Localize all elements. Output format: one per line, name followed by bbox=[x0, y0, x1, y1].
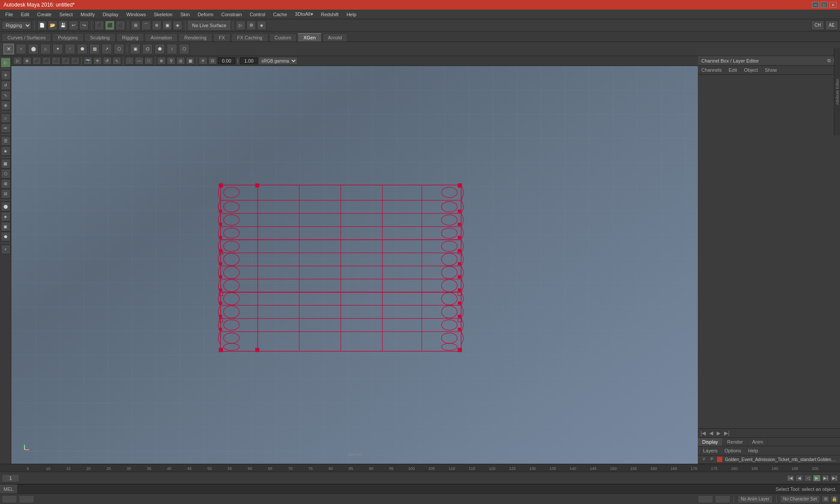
layers-nav-first[interactable]: |◀ bbox=[700, 430, 707, 436]
vst-4[interactable]: ⬛ bbox=[42, 57, 51, 65]
tab-polygons[interactable]: Polygons bbox=[52, 33, 83, 42]
cb-tab-channels[interactable]: Channels bbox=[700, 66, 723, 74]
gamma-selector[interactable]: sRGB gamma bbox=[259, 57, 298, 65]
render-settings-btn[interactable]: ⚙ bbox=[246, 21, 256, 30]
xgen-btn-13[interactable]: ⬟ bbox=[154, 44, 165, 54]
redo-btn[interactable]: ↪ bbox=[79, 21, 89, 30]
layers-nav-last[interactable]: ▶| bbox=[723, 430, 730, 436]
no-anim-layer-btn[interactable]: No Anim Layer bbox=[738, 495, 773, 503]
tab-fx[interactable]: FX bbox=[213, 33, 231, 42]
menu-cache[interactable]: Cache bbox=[270, 11, 290, 18]
xgen-btn-15[interactable]: ⬡ bbox=[179, 44, 189, 54]
tab-animation[interactable]: Animation bbox=[145, 33, 178, 42]
xgen-btn-14[interactable]: ↕ bbox=[167, 44, 177, 54]
maximize-button[interactable]: □ bbox=[821, 2, 828, 8]
select-mode-btn[interactable]: ⬛ bbox=[94, 21, 104, 30]
vst-rotate2[interactable]: ↺ bbox=[103, 57, 112, 65]
menu-modify[interactable]: Modify bbox=[77, 11, 98, 18]
vst-isolate[interactable]: ◎ bbox=[176, 57, 185, 65]
vst-scale2[interactable]: ⤡ bbox=[112, 57, 121, 65]
layer-opt-options[interactable]: Options bbox=[723, 447, 743, 454]
cb-tab-edit[interactable]: Edit bbox=[727, 66, 738, 74]
vst-3[interactable]: ⬛ bbox=[32, 57, 41, 65]
minimize-button[interactable]: ─ bbox=[812, 2, 819, 8]
menu-3dtoall[interactable]: 3DtoAll▾ bbox=[291, 10, 316, 18]
layer-tab-anim[interactable]: Anim bbox=[748, 438, 768, 446]
bottom-frame-start[interactable]: 1 bbox=[2, 495, 17, 503]
snap-point-btn[interactable]: ⊕ bbox=[152, 21, 161, 30]
bottom-range-end[interactable]: 200 bbox=[715, 495, 730, 503]
vst-move[interactable]: ✛ bbox=[93, 57, 102, 65]
play-fwd-btn[interactable]: ▶ bbox=[813, 475, 821, 482]
xgen-btn-7[interactable]: ⬟ bbox=[77, 44, 88, 54]
undo-btn[interactable]: ↩ bbox=[69, 21, 78, 30]
vst-select[interactable]: ▷ bbox=[13, 57, 22, 65]
close-button[interactable]: ✕ bbox=[830, 2, 836, 8]
channel-box-float-btn[interactable]: ⧉ bbox=[827, 58, 831, 63]
xgen-btn-4[interactable]: ⌂ bbox=[40, 44, 51, 54]
new-file-btn[interactable]: 📄 bbox=[37, 21, 47, 30]
misc-tool[interactable]: + bbox=[1, 245, 10, 254]
vst-points[interactable]: · bbox=[125, 57, 134, 65]
tab-xgen[interactable]: XGen bbox=[298, 33, 321, 42]
tab-rigging[interactable]: Rigging bbox=[116, 33, 144, 42]
layer-tab-render[interactable]: Render bbox=[723, 438, 748, 446]
menu-help[interactable]: Help bbox=[343, 11, 360, 18]
layer-opt-layers[interactable]: Layers bbox=[701, 447, 719, 454]
vst-5[interactable]: ⬛ bbox=[52, 57, 60, 65]
live-surface-button[interactable]: No Live Surface bbox=[188, 21, 230, 30]
bottom-btn-1[interactable]: ⚙ bbox=[822, 496, 830, 503]
vst-edges[interactable]: — bbox=[135, 57, 144, 65]
menu-create[interactable]: Create bbox=[34, 11, 55, 18]
vst-camera2[interactable]: ⊡ bbox=[208, 57, 217, 65]
vst-show-mesh[interactable]: ▦ bbox=[186, 57, 195, 65]
xgen-btn-6[interactable]: ↑ bbox=[65, 44, 75, 54]
select-tool[interactable]: ▷ bbox=[1, 58, 10, 67]
xgen-btn-9[interactable]: ↗ bbox=[102, 44, 112, 54]
soft-mod-tool[interactable]: ⌂ bbox=[1, 113, 10, 123]
xgen-btn-3[interactable]: ⬤ bbox=[28, 44, 38, 54]
tab-sculpting[interactable]: Sculpting bbox=[84, 33, 116, 42]
show-manip-tool[interactable]: ☰ bbox=[1, 136, 10, 146]
layers-nav-next[interactable]: ▶ bbox=[716, 430, 721, 436]
gamma-input[interactable]: 1.00 bbox=[240, 57, 258, 64]
frame-selected-btn[interactable]: ⊟ bbox=[1, 189, 10, 199]
menu-control[interactable]: Control bbox=[246, 11, 269, 18]
no-char-set-btn[interactable]: No Character Set bbox=[780, 495, 820, 503]
xgen-tool-2[interactable]: ◈ bbox=[1, 212, 10, 221]
tab-curves-surfaces[interactable]: Curves / Surfaces bbox=[2, 33, 51, 42]
paint-btn[interactable]: ⬛ bbox=[116, 21, 125, 30]
attr-editor-btn[interactable]: AE bbox=[825, 21, 838, 30]
menu-select[interactable]: Select bbox=[56, 11, 77, 18]
menu-skin[interactable]: Skin bbox=[177, 11, 193, 18]
vst-snap[interactable]: ⊕ bbox=[23, 57, 32, 65]
menu-constrain[interactable]: Constrain bbox=[218, 11, 245, 18]
menu-edit[interactable]: Edit bbox=[18, 11, 33, 18]
current-frame-input[interactable] bbox=[2, 474, 19, 482]
xgen-btn-11[interactable]: ▣ bbox=[130, 44, 140, 54]
cb-btn[interactable]: CH bbox=[811, 21, 824, 30]
save-file-btn[interactable]: 💾 bbox=[58, 21, 68, 30]
tab-rendering[interactable]: Rendering bbox=[178, 33, 212, 42]
xgen-btn-10[interactable]: ⬡ bbox=[114, 44, 124, 54]
lasso-btn[interactable]: ⬛ bbox=[105, 21, 115, 30]
vst-grid[interactable]: # bbox=[199, 57, 207, 65]
xgen-btn-12[interactable]: ⌬ bbox=[142, 44, 153, 54]
bottom-frame-end[interactable]: 120 bbox=[698, 495, 713, 503]
rotate-tool[interactable]: ↺ bbox=[1, 80, 10, 90]
vst-magnet[interactable]: ⚲ bbox=[167, 57, 175, 65]
xgen-btn-5[interactable]: ✦ bbox=[52, 44, 63, 54]
tab-custom[interactable]: Custom bbox=[269, 33, 297, 42]
cb-tab-object[interactable]: Object bbox=[742, 66, 760, 74]
tab-fx-caching[interactable]: FX Caching bbox=[231, 33, 268, 42]
snap-view-btn[interactable]: ◈ bbox=[173, 21, 182, 30]
layer-opt-help[interactable]: Help bbox=[746, 447, 760, 454]
layers-nav-prev[interactable]: ◀ bbox=[708, 430, 714, 436]
ipr-btn[interactable]: ◈ bbox=[257, 21, 266, 30]
exposure-input[interactable]: 0.00 bbox=[218, 57, 235, 64]
render-layer-btn[interactable]: ⬡ bbox=[1, 169, 10, 178]
mel-input[interactable] bbox=[18, 486, 772, 492]
xgen-btn-8[interactable]: ▦ bbox=[89, 44, 100, 54]
menu-file[interactable]: File bbox=[2, 11, 17, 18]
xgen-btn-1[interactable]: ✕ bbox=[4, 44, 14, 54]
